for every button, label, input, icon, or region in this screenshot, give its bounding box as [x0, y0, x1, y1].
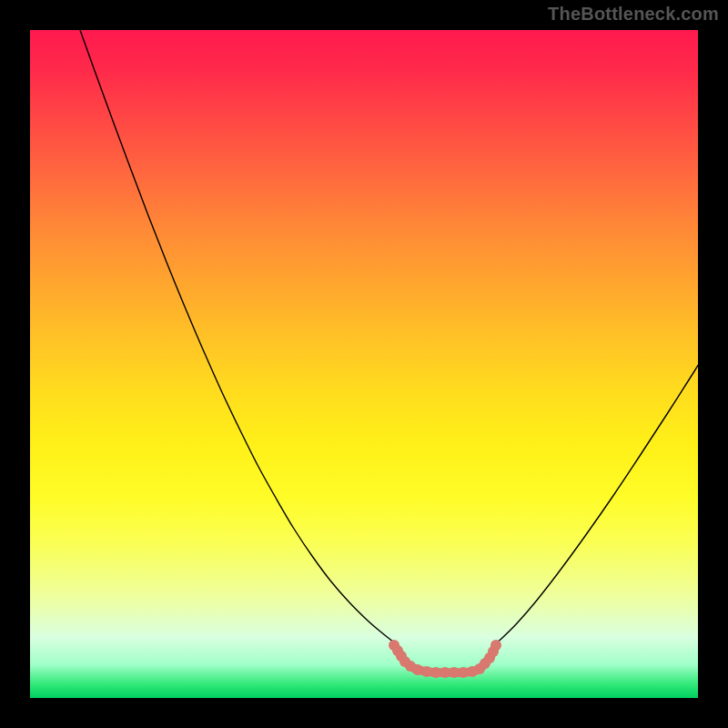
plot-area: [30, 30, 698, 698]
watermark-text: TheBottleneck.com: [548, 4, 719, 25]
right-curve: [496, 365, 698, 643]
chart-frame: TheBottleneck.com: [0, 0, 728, 728]
left-curve: [80, 30, 397, 644]
bottom-marker-dot-16: [490, 640, 501, 651]
curves-svg: [30, 30, 698, 698]
bottom-marker-dot-5: [412, 664, 423, 675]
